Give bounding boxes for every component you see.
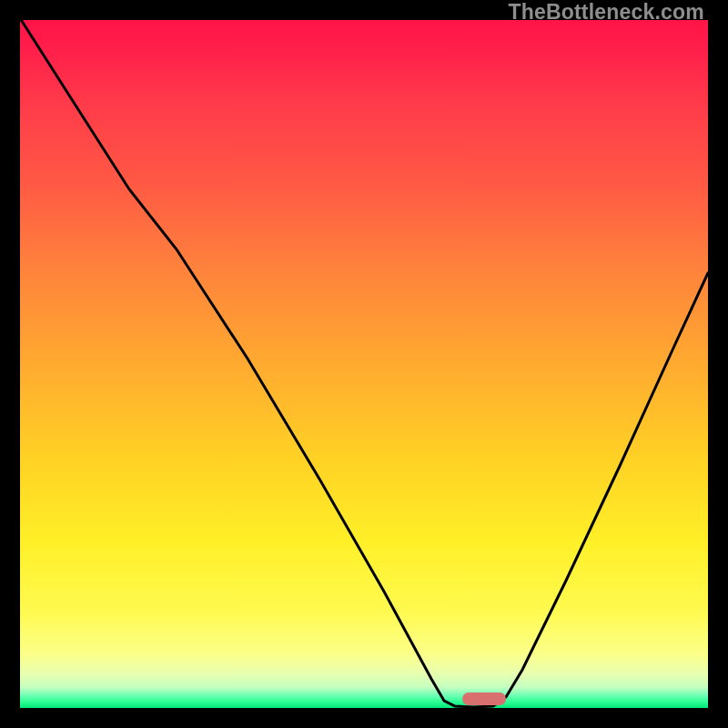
chart-frame: TheBottleneck.com [0,0,728,728]
watermark-label: TheBottleneck.com [508,0,704,25]
optimal-marker [462,693,506,705]
gradient-plot-area [20,20,708,708]
